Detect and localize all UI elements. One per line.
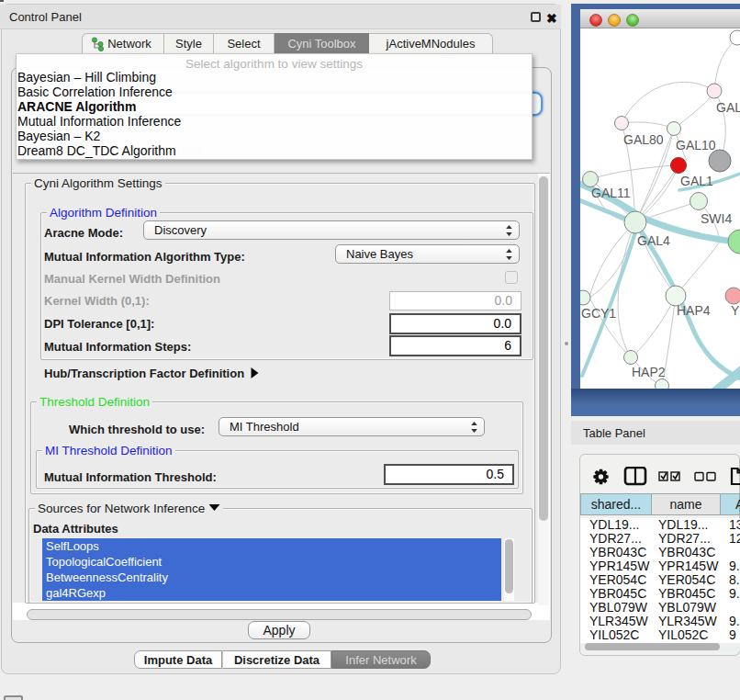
svg-text:GAL11: GAL11 [591,186,631,200]
svg-text:GCY1: GCY1 [581,306,616,321]
svg-text:GAL80: GAL80 [623,132,664,147]
svg-text:GAL1: GAL1 [680,174,713,188]
svg-text:SWI4: SWI4 [701,211,732,226]
svg-text:GAL8: GAL8 [716,100,740,115]
svg-text:Y: Y [731,303,740,318]
svg-text:GAL10: GAL10 [676,138,716,152]
svg-text:HAP2: HAP2 [632,365,666,379]
svg-text:GAL4: GAL4 [637,233,670,248]
svg-text:HAP4: HAP4 [677,303,711,318]
